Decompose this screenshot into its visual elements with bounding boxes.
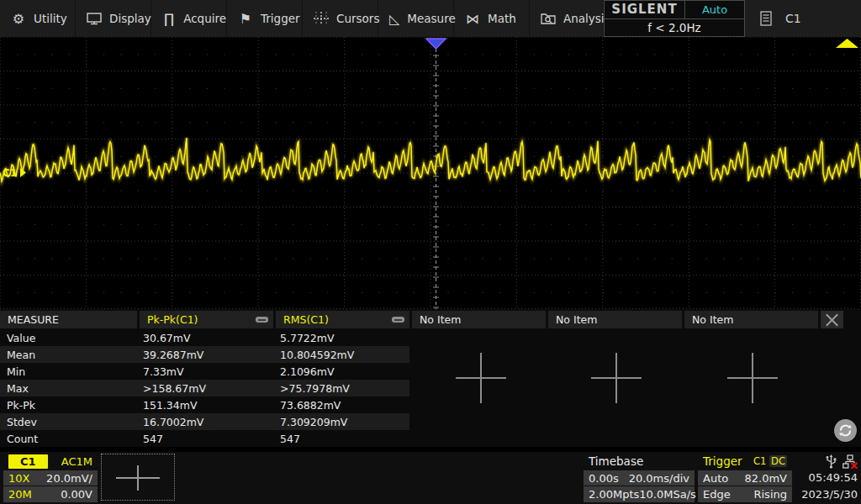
- add-measure-icon[interactable]: [727, 353, 778, 403]
- menu-utility[interactable]: ⚙ Utility: [0, 0, 76, 37]
- siglent-logo: SIGLENT: [605, 1, 685, 18]
- bowtie-icon: ⋈: [465, 11, 480, 27]
- system-date: 2023/5/30: [795, 486, 859, 502]
- menu-analysis[interactable]: Analysis: [530, 0, 604, 37]
- flag-icon: ⚑: [238, 11, 253, 27]
- acquire-icon: ∏: [162, 11, 176, 27]
- close-icon[interactable]: [821, 311, 843, 328]
- add-measure-icon[interactable]: [591, 353, 642, 403]
- timebase-samplerate: 10.0MSa/s: [639, 488, 696, 501]
- trigger-type: Edge: [703, 488, 731, 501]
- timebase-title: Timebase: [589, 454, 643, 468]
- menu-measure[interactable]: ◺ Measure: [378, 0, 454, 37]
- channel1-offset: 0.00V: [61, 488, 92, 501]
- add-channel-box[interactable]: [101, 454, 175, 501]
- channel1-scale: 20.0mV/: [46, 472, 92, 485]
- menu-cursors[interactable]: Cursors: [303, 0, 378, 37]
- trigger-level: 82.0mV: [744, 472, 787, 485]
- add-measure-icon[interactable]: [456, 353, 506, 403]
- trigger-position-marker[interactable]: [426, 39, 446, 49]
- trigger-descriptor[interactable]: Trigger C1 DC Auto 82.0mV Edge Rising: [698, 454, 792, 502]
- waveform-trace-glow: [0, 138, 861, 181]
- measure-row-stdev: Stdev16.7002mV7.309209mV: [0, 413, 409, 430]
- clock-area: 05:49:54 2023/5/30: [795, 454, 859, 502]
- channel1-coupling: AC1M: [61, 455, 92, 468]
- gear-icon: ⚙: [11, 11, 26, 27]
- menu-label: Utility: [34, 12, 67, 25]
- measure-table-title: MEASURE: [0, 311, 137, 328]
- measure-row-max: Max>158.67mV>75.7978mV: [0, 380, 409, 396]
- acquisition-mode[interactable]: Auto: [685, 1, 744, 18]
- menu-label: Measure: [407, 12, 455, 25]
- add-channel-icon: [116, 465, 160, 491]
- oscilloscope-screen: ⚙ Utility Display ∏ Acquire ⚑ Trigger: [0, 0, 861, 504]
- trigger-level-marker[interactable]: [836, 39, 858, 48]
- channel1-badge[interactable]: C1: [8, 454, 48, 469]
- waveform-display: C1: [0, 37, 861, 309]
- setsquare-icon: ◺: [389, 11, 399, 27]
- analysis-icon: [541, 12, 556, 25]
- channel1-descriptor[interactable]: C1 AC1M 10X 20.0mV/ 20M 0.00V: [3, 454, 98, 502]
- remove-measure-icon[interactable]: [392, 317, 404, 323]
- measure-row-pkpk: Pk-Pk151.34mV73.6882mV: [0, 396, 409, 413]
- menu-acquire[interactable]: ∏ Acquire: [151, 0, 227, 37]
- menu-bar: ⚙ Utility Display ∏ Acquire ⚑ Trigger: [0, 0, 861, 37]
- measure-row-min: Min7.33mV2.1096mV: [0, 363, 409, 380]
- channel-selector[interactable]: C1: [745, 0, 861, 37]
- measure-col-empty-3[interactable]: No Item: [684, 311, 818, 328]
- menu-label: Acquire: [183, 12, 226, 25]
- menu-label: Math: [488, 12, 516, 25]
- menu-label: Display: [109, 12, 151, 25]
- menu-trigger[interactable]: ⚑ Trigger: [227, 0, 303, 37]
- menu-label: Trigger: [261, 12, 300, 25]
- clipboard-icon: [760, 11, 772, 26]
- system-time: 05:49:54: [795, 470, 859, 486]
- trigger-frequency-readout: f < 2.0Hz: [605, 19, 744, 37]
- timebase-descriptor[interactable]: Timebase 0.00s 20.0ms/div 2.00Mpts 10.0M…: [584, 454, 695, 502]
- measure-row-count: Count547547: [0, 430, 409, 447]
- measure-col-empty-1[interactable]: No Item: [412, 311, 546, 328]
- channel1-probe: 10X: [8, 472, 29, 485]
- trigger-source-coupling: C1 DC: [753, 455, 787, 467]
- menu-display[interactable]: Display: [76, 0, 151, 37]
- menu-label: Cursors: [336, 12, 379, 25]
- measure-col-pkpk[interactable]: Pk-Pk(C1): [140, 311, 273, 328]
- trigger-title: Trigger: [703, 454, 742, 468]
- channel-offset-label[interactable]: C1: [3, 167, 17, 179]
- status-bar: C1 AC1M 10X 20.0mV/ 20M 0.00V Timebase 0…: [0, 452, 861, 504]
- channel1-bandwidth: 20M: [8, 488, 32, 501]
- measure-row-value: Value30.67mV5.7722mV: [0, 329, 409, 346]
- display-icon: [87, 12, 102, 25]
- channel-selector-label: C1: [785, 12, 801, 25]
- lan-disconnected-icon: [843, 454, 858, 469]
- cursors-icon: [314, 12, 329, 25]
- trigger-mode: Auto: [703, 472, 728, 485]
- timebase-points: 2.00Mpts: [589, 488, 639, 501]
- timebase-scale: 20.0ms/div: [629, 472, 689, 485]
- timebase-delay: 0.00s: [589, 472, 619, 485]
- measure-panel: MEASURE Pk-Pk(C1) RMS(C1) No Item No Ite…: [0, 309, 861, 447]
- menu-math[interactable]: ⋈ Math: [454, 0, 530, 37]
- refresh-statistics-icon[interactable]: [834, 419, 857, 442]
- usb-icon: [826, 454, 837, 469]
- measure-col-empty-2[interactable]: No Item: [548, 311, 682, 328]
- acquisition-status-box: SIGLENT Auto f < 2.0Hz: [604, 0, 745, 37]
- trigger-position-line: [433, 49, 439, 309]
- measure-col-rms[interactable]: RMS(C1): [276, 311, 409, 328]
- trigger-slope: Rising: [753, 488, 787, 501]
- remove-measure-icon[interactable]: [256, 317, 268, 323]
- measure-row-mean: Mean39.2687mV10.804592mV: [0, 346, 409, 363]
